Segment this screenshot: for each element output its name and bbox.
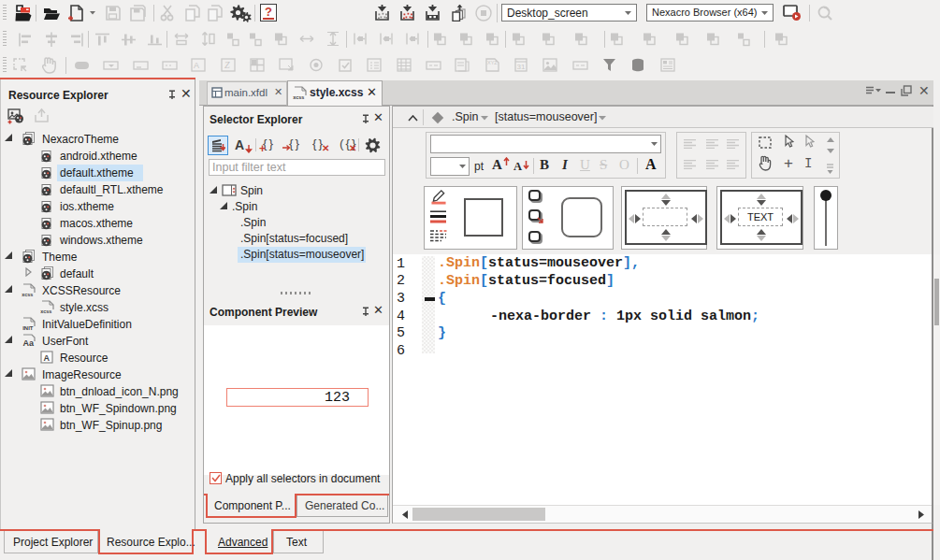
svg-text:xcss: xcss: [293, 94, 304, 100]
svg-text:A: A: [194, 61, 199, 70]
svg-text:xcss: xcss: [40, 309, 51, 314]
svg-text:xcss: xcss: [22, 292, 33, 297]
svg-text:INIT: INIT: [22, 325, 34, 331]
svg-text:Aa: Aa: [23, 338, 35, 348]
svg-text:Z: Z: [224, 60, 230, 70]
svg-text:31: 31: [517, 63, 526, 71]
svg-text:A: A: [44, 353, 51, 363]
svg-text:XYZ: XYZ: [487, 60, 498, 65]
